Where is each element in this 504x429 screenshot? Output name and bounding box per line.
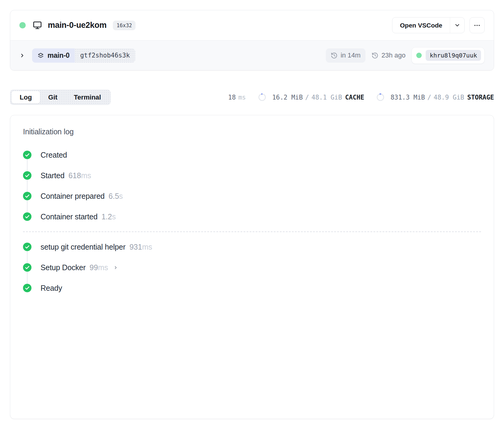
step-duration: 99ms xyxy=(90,263,108,272)
log-step: Container prepared6.5s xyxy=(23,186,481,206)
chevron-right-icon xyxy=(19,53,25,58)
log-panel-title: Initialization log xyxy=(23,127,481,136)
check-circle-icon xyxy=(23,212,31,221)
snapshot-id: khru8l9q07uuk xyxy=(426,50,481,61)
log-step: setup git credential helper931ms xyxy=(23,237,481,257)
page: main-0-ue2kom 16x32 Open VSCode xyxy=(0,0,504,429)
instance-header: main-0-ue2kom 16x32 Open VSCode xyxy=(10,10,494,40)
log-steps: CreatedStarted618msContainer prepared6.5… xyxy=(23,145,481,298)
log-step: Created xyxy=(23,145,481,165)
check-circle-icon xyxy=(23,284,31,292)
storage-stat: 831.3 MiB / 48.9 GiB STORAGE xyxy=(391,94,494,101)
branch-id-pill[interactable]: main-0 gtf2shob46s3k xyxy=(32,48,135,63)
step-label: Ready xyxy=(41,284,62,293)
check-circle-icon xyxy=(23,263,31,272)
step-label: setup git credential helper xyxy=(41,243,126,251)
step-label: Setup Docker xyxy=(41,263,86,272)
step-label: Started xyxy=(41,171,64,180)
latency-stat: 18ms xyxy=(228,94,246,101)
monitor-icon xyxy=(33,21,42,30)
status-dot-icon xyxy=(19,22,26,28)
instance-id: gtf2shob46s3k xyxy=(75,48,135,63)
more-actions-button[interactable] xyxy=(470,17,485,33)
log-step: Container started1.2s xyxy=(23,206,481,227)
check-circle-icon xyxy=(23,243,31,251)
storage-separator: / xyxy=(427,94,431,101)
open-vscode-dropdown[interactable] xyxy=(450,18,464,33)
open-vscode-split-button: Open VSCode xyxy=(392,17,465,33)
step-label: Container prepared xyxy=(41,192,105,201)
tab-log[interactable]: Log xyxy=(11,91,40,103)
size-badge: 16x32 xyxy=(113,21,136,30)
cache-progress-ring-icon xyxy=(258,93,266,101)
check-circle-icon xyxy=(23,151,31,159)
step-duration: 1.2s xyxy=(101,212,116,221)
cache-separator: / xyxy=(305,94,309,101)
storage-progress-ring-icon xyxy=(376,93,385,101)
instance-title: main-0-ue2kom xyxy=(48,21,106,30)
clock-history-icon xyxy=(331,52,338,59)
step-duration: 618ms xyxy=(68,171,91,180)
step-label: Created xyxy=(41,151,67,159)
storage-used: 831.3 MiB xyxy=(391,94,425,101)
step-duration: 6.5s xyxy=(109,192,123,201)
latency-value: 18 xyxy=(228,94,236,101)
cache-label: CACHE xyxy=(345,94,364,101)
toolbar: LogGitTerminal 18ms 16.2 MiB / 48.1 GiB … xyxy=(10,90,494,105)
instance-card: main-0-ue2kom 16x32 Open VSCode xyxy=(10,10,494,70)
check-circle-icon xyxy=(23,192,31,200)
tab-bar: LogGitTerminal xyxy=(10,90,111,105)
step-duration: 931ms xyxy=(129,243,152,251)
branch-name: main-0 xyxy=(47,51,70,60)
step-label: Container started xyxy=(41,212,97,221)
snapshot-status-dot-icon xyxy=(416,53,422,58)
cache-stat: 16.2 MiB / 48.1 GiB CACHE xyxy=(272,94,364,101)
step-expand-chevron-icon[interactable] xyxy=(113,265,118,270)
log-panel: Initialization log CreatedStarted618msCo… xyxy=(10,115,494,419)
cache-used: 16.2 MiB xyxy=(272,94,303,101)
ellipsis-icon xyxy=(473,22,481,29)
log-section-divider xyxy=(23,231,481,232)
usage-stats: 18ms 16.2 MiB / 48.1 GiB CACHE xyxy=(228,93,494,101)
log-step: Setup Docker99ms xyxy=(23,257,481,278)
cache-total: 48.1 GiB xyxy=(312,94,342,101)
storage-total: 48.9 GiB xyxy=(434,94,464,101)
age-label-group: 23h ago xyxy=(371,51,406,59)
latency-unit: ms xyxy=(238,94,246,101)
expires-label: in 14m xyxy=(341,51,361,59)
instance-subheader: main-0 gtf2shob46s3k in 14m 23h ago khru… xyxy=(10,40,494,70)
clock-history-icon xyxy=(371,52,378,59)
log-step: Started618ms xyxy=(23,165,481,186)
open-vscode-button[interactable]: Open VSCode xyxy=(392,18,450,33)
log-step: Ready xyxy=(23,278,481,298)
age-label: 23h ago xyxy=(381,51,406,59)
check-circle-icon xyxy=(23,171,31,180)
chevron-down-icon xyxy=(454,22,460,28)
expand-row-button[interactable] xyxy=(19,53,25,58)
tab-git[interactable]: Git xyxy=(40,91,66,103)
tab-terminal[interactable]: Terminal xyxy=(66,91,109,103)
expires-pill: in 14m xyxy=(326,48,365,63)
storage-label: STORAGE xyxy=(467,94,494,101)
snapshot-pill[interactable]: khru8l9q07uuk xyxy=(411,47,485,64)
layers-icon xyxy=(37,52,44,59)
